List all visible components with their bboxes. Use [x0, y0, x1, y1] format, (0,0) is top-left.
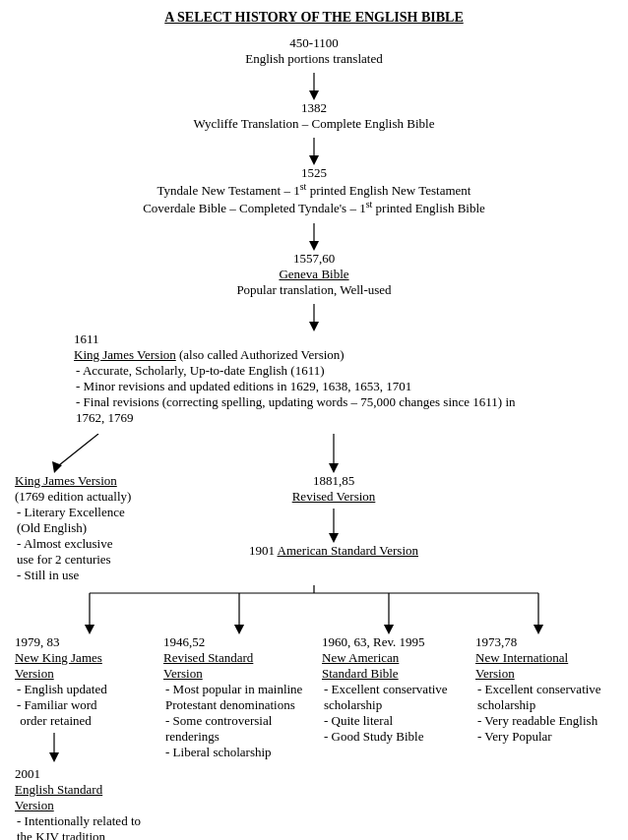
- american-standard: 1901 American Standard Version: [249, 543, 418, 559]
- col-niv: 1973,78 New InternationalVersion Excelle…: [475, 634, 613, 745]
- year-450: 450-1100: [15, 35, 613, 51]
- svg-marker-22: [534, 625, 543, 634]
- kjv-bullet-2: Minor revisions and updated editions in …: [76, 379, 613, 394]
- svg-marker-16: [85, 625, 94, 634]
- arrow-2: [304, 138, 324, 165]
- revised-version-block: 1881,85 Revised Version: [292, 473, 376, 505]
- year-1557: 1557,60: [15, 251, 613, 267]
- section-1557: 1557,60 Geneva Bible Popular translation…: [15, 251, 613, 298]
- svg-marker-1: [309, 90, 319, 100]
- four-columns: 1979, 83 New King JamesVersion English u…: [15, 634, 613, 840]
- section-450: 450-1100 English portions translated: [15, 35, 613, 67]
- arrow-3: [304, 223, 324, 251]
- arrow-revised: [324, 509, 344, 543]
- four-branch-arrows: [15, 585, 613, 634]
- kjv-bullet-3: Final revisions (correcting spelling, up…: [76, 394, 529, 426]
- section-1525: 1525 Tyndale New Testament – 1st printed…: [15, 165, 613, 217]
- branch-svg: [15, 585, 613, 634]
- svg-marker-5: [309, 241, 319, 251]
- arrow-1: [304, 73, 324, 100]
- col-rsv: 1946,52 Revised StandardVersion Most pop…: [163, 634, 316, 760]
- page-title: A SELECT HISTORY OF THE ENGLISH BIBLE: [15, 10, 613, 26]
- desc-1382: Wycliffe Translation – Complete English …: [15, 116, 613, 132]
- line2-1525: Coverdale Bible – Completed Tyndale's – …: [15, 199, 613, 216]
- svg-marker-20: [384, 625, 394, 634]
- svg-marker-3: [309, 155, 319, 165]
- line1-1525: Tyndale New Testament – 1st printed Engl…: [15, 181, 613, 199]
- esv-year: 2001: [15, 766, 157, 782]
- arrow-kjv-left: [44, 434, 103, 473]
- desc-1557: Popular translation, Well-used: [15, 282, 613, 298]
- kjv-name-line: King James Version (also called Authoriz…: [74, 347, 613, 363]
- arrow-4: [304, 304, 324, 331]
- col-nasb: 1960, 63, Rev. 1995 New AmericanStandard…: [322, 634, 470, 745]
- svg-marker-18: [234, 625, 244, 634]
- name-1557: Geneva Bible: [15, 267, 613, 282]
- arrow-nkjv-down: [44, 733, 64, 762]
- svg-marker-25: [49, 752, 59, 762]
- col-nkjv: 1979, 83 New King JamesVersion English u…: [15, 634, 157, 840]
- esv-name: English StandardVersion: [15, 782, 157, 813]
- svg-line-8: [54, 434, 98, 469]
- kjv-branch-container: King James Version (1769 edition actuall…: [15, 434, 613, 583]
- svg-marker-9: [52, 461, 62, 473]
- desc-450: English portions translated: [15, 51, 613, 67]
- svg-marker-11: [329, 463, 339, 473]
- kjv-left-label: King James Version (1769 edition actuall…: [15, 473, 133, 583]
- year-1611: 1611: [74, 331, 613, 347]
- kjv-bullet-1: Accurate, Scholarly, Up-to-date English …: [76, 363, 613, 379]
- section-1611: 1611 King James Version (also called Aut…: [74, 331, 613, 426]
- svg-marker-13: [329, 533, 339, 543]
- section-1382: 1382 Wycliffe Translation – Complete Eng…: [15, 100, 613, 132]
- year-1382: 1382: [15, 100, 613, 116]
- svg-marker-7: [309, 322, 319, 331]
- year-1525: 1525: [15, 165, 613, 181]
- arrow-kjv-center: [324, 434, 344, 473]
